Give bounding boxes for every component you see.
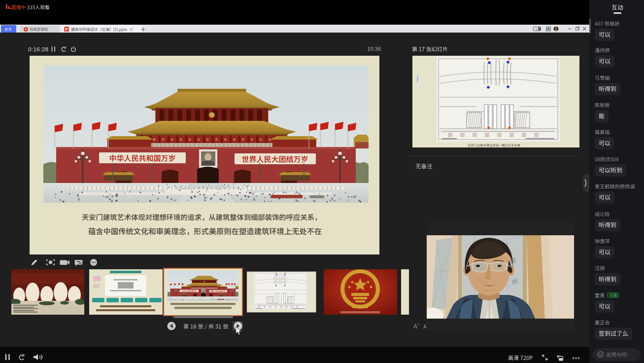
svg-text:A: A <box>413 323 417 330</box>
svg-text:1: 1 <box>536 28 538 31</box>
svg-text:P: P <box>65 27 68 32</box>
svg-text:A: A <box>423 324 427 329</box>
svg-text:+: + <box>418 323 420 326</box>
